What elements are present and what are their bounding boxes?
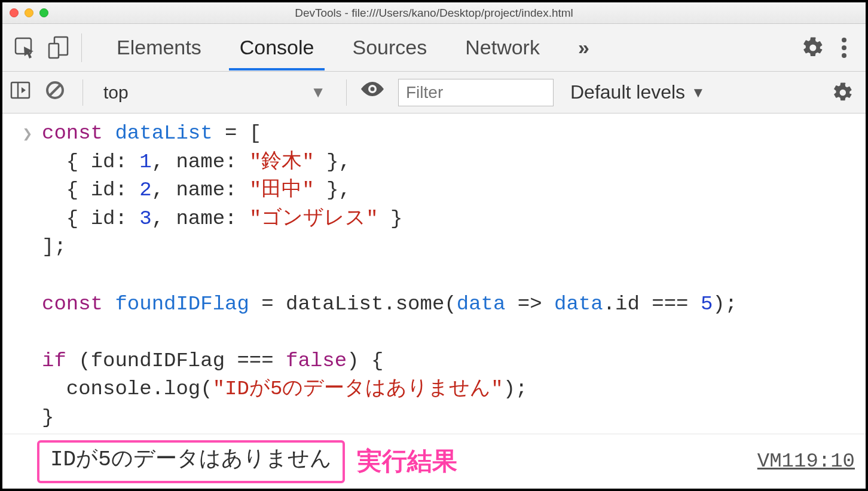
svg-point-4 (842, 45, 846, 50)
clear-console-button[interactable] (44, 79, 71, 106)
tab-elements[interactable]: Elements (106, 25, 212, 70)
toolbar-separator (346, 79, 347, 106)
tab-network[interactable]: Network (454, 25, 551, 70)
console-body[interactable]: ❯ const dataList = [ { id: 1, name: "鈴木"… (2, 113, 866, 489)
svg-point-10 (371, 87, 375, 91)
tabbar-separator (81, 33, 82, 62)
close-window-button[interactable] (10, 8, 19, 17)
toggle-sidebar-button[interactable] (10, 79, 36, 106)
devtools-tabs: Elements Console Sources Network » (106, 25, 600, 70)
console-input-code: const dataList = [ { id: 1, name: "鈴木" }… (42, 119, 855, 432)
input-prompt-icon: ❯ (13, 119, 42, 432)
inspect-element-button[interactable] (8, 31, 42, 65)
more-options-button[interactable] (829, 32, 860, 63)
minimize-window-button[interactable] (25, 8, 33, 17)
device-toolbar-button[interactable] (42, 31, 75, 65)
more-tabs-button[interactable]: » (567, 25, 600, 70)
log-levels-selector[interactable]: Default levels ▼ (570, 81, 705, 103)
tab-console[interactable]: Console (229, 25, 325, 70)
console-settings-button[interactable] (827, 77, 858, 108)
console-log-row: IDが5のデータはありません 実行結果 VM119:10 (2, 434, 866, 489)
traffic-lights (10, 8, 48, 17)
svg-rect-2 (49, 44, 59, 58)
tab-sources[interactable]: Sources (341, 25, 438, 70)
settings-button[interactable] (797, 32, 829, 63)
window-titlebar: DevTools - file:///Users/kano/Desktop/pr… (2, 2, 866, 24)
console-log-message: IDが5のデータはありません (37, 440, 345, 483)
filter-input[interactable] (398, 79, 554, 106)
svg-point-5 (842, 53, 846, 58)
execution-context-label: top (103, 82, 129, 103)
annotation-label: 実行結果 (357, 444, 457, 479)
svg-line-9 (50, 85, 60, 96)
toolbar-separator (82, 79, 83, 106)
log-levels-label: Default levels (570, 81, 685, 103)
window-title: DevTools - file:///Users/kano/Desktop/pr… (2, 7, 866, 20)
chevron-down-icon: ▼ (691, 84, 705, 101)
svg-point-3 (842, 38, 846, 42)
chevron-down-icon: ▼ (310, 83, 326, 102)
devtools-tabbar: Elements Console Sources Network » (2, 24, 866, 72)
console-input-row: ❯ const dataList = [ { id: 1, name: "鈴木"… (2, 118, 866, 434)
execution-context-selector[interactable]: top ▼ (95, 82, 334, 103)
maximize-window-button[interactable] (39, 8, 48, 17)
live-expression-button[interactable] (359, 79, 390, 106)
console-toolbar: top ▼ Default levels ▼ (2, 72, 866, 113)
log-source-link[interactable]: VM119:10 (757, 447, 855, 476)
svg-rect-6 (11, 82, 29, 98)
